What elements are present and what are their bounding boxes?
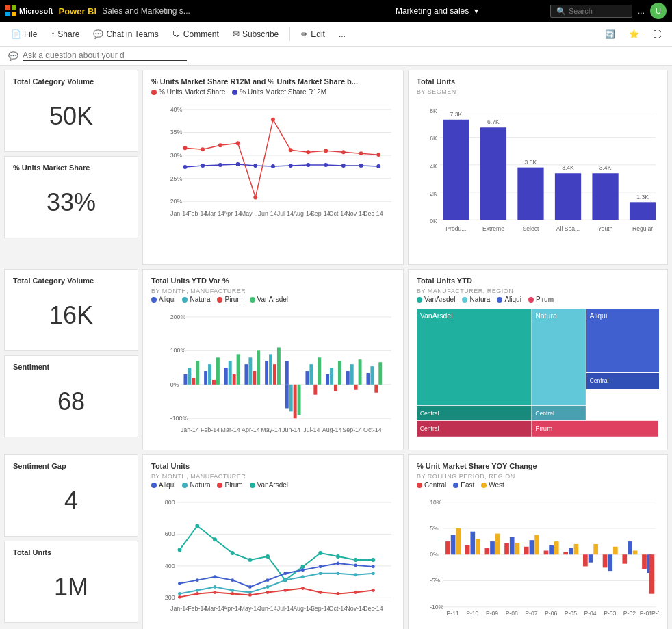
svg-point-178: [336, 561, 339, 565]
row1: Total Category Volume 50K % Units Market…: [4, 70, 668, 265]
svg-text:Produ...: Produ...: [445, 225, 466, 232]
svg-point-198: [266, 591, 270, 594]
edit-button[interactable]: ✏ Edit: [296, 27, 331, 42]
svg-rect-227: [445, 541, 450, 554]
svg-point-19: [341, 150, 346, 154]
svg-text:P-05: P-05: [565, 610, 577, 617]
svg-text:Oct-14: Oct-14: [363, 426, 382, 433]
avatar[interactable]: U: [650, 3, 667, 19]
units-market-share-chart-card: % Units Market Share R12M and % Units Ma…: [142, 70, 404, 265]
svg-text:Jan-14: Jan-14: [181, 426, 199, 433]
svg-point-13: [236, 141, 240, 145]
svg-text:Aug-14: Aug-14: [322, 426, 342, 433]
refresh-button[interactable]: 🔄: [599, 27, 621, 42]
subscribe-label: Subscribe: [242, 29, 279, 39]
topbar-more-button[interactable]: ...: [638, 6, 645, 16]
share-button[interactable]: ↑ Share: [45, 27, 85, 42]
svg-point-17: [306, 150, 310, 154]
legend-item-1: % Units Market Share: [151, 88, 225, 96]
bookmark-button[interactable]: ⭐: [623, 27, 645, 42]
legend-label-2: % Units Market Share R12M: [240, 88, 326, 96]
sentiment-value: 68: [13, 374, 129, 430]
treemap-card: Total Units YTD BY MANUFACTURER, REGION …: [408, 269, 668, 450]
svg-rect-94: [244, 364, 248, 385]
svg-text:-5%: -5%: [430, 577, 441, 584]
total-units-kpi-value: 1M: [13, 559, 129, 615]
svg-point-166: [336, 554, 340, 559]
svg-rect-108: [309, 364, 313, 385]
svg-rect-114: [338, 361, 341, 385]
svg-rect-96: [253, 371, 256, 385]
svg-text:Natura: Natura: [535, 311, 557, 320]
svg-text:Jun-14: Jun-14: [282, 426, 300, 433]
svg-point-29: [306, 163, 310, 167]
file-label: File: [24, 29, 37, 39]
chart3-subtitle: BY MONTH, MANUFACTURER: [151, 287, 395, 294]
svg-text:P-00: P-00: [651, 610, 659, 617]
edit-label: Edit: [311, 29, 325, 39]
svg-rect-255: [628, 541, 632, 554]
question-input-area[interactable]: [23, 51, 187, 61]
comment-button[interactable]: 🗨 Comment: [167, 27, 224, 42]
fullscreen-button[interactable]: ⛶: [647, 27, 667, 42]
chart4-title: Total Units: [151, 462, 395, 470]
svg-rect-259: [649, 554, 655, 593]
subscribe-button[interactable]: ✉ Subscribe: [227, 27, 284, 42]
svg-point-10: [183, 146, 187, 150]
svg-point-171: [213, 575, 216, 578]
svg-rect-88: [212, 380, 216, 385]
svg-point-179: [354, 563, 357, 567]
search-box[interactable]: 🔍: [550, 5, 632, 18]
svg-point-168: [371, 558, 375, 562]
total-category-volume2-value: 16K: [13, 287, 129, 344]
svg-point-12: [218, 143, 222, 147]
svg-rect-233: [485, 548, 490, 555]
label-aliqui: Aliqui: [159, 296, 175, 303]
svg-rect-244: [554, 541, 559, 554]
svg-rect-103: [285, 361, 289, 385]
more-button[interactable]: ...: [333, 27, 351, 42]
chart1-legend: % Units Market Share % Units Market Shar…: [151, 88, 395, 96]
chevron-down-icon: ▾: [474, 6, 478, 16]
svg-point-28: [289, 164, 293, 168]
svg-point-30: [324, 163, 328, 167]
svg-rect-107: [305, 371, 309, 385]
svg-rect-98: [265, 361, 268, 385]
chart2-svg: 8K 6K 4K 2K 0K 7.3K 6.7K 3.8K: [417, 97, 659, 257]
svg-point-194: [196, 592, 199, 595]
svg-point-176: [301, 568, 305, 572]
units-market-share-card: % Units Market Share 33%: [4, 156, 138, 238]
svg-point-162: [266, 554, 270, 559]
search-input[interactable]: [569, 7, 623, 15]
svg-rect-232: [476, 539, 480, 554]
svg-text:P-06: P-06: [545, 610, 557, 617]
svg-rect-99: [269, 354, 272, 385]
svg-text:Aug-14: Aug-14: [293, 210, 313, 217]
dot-vanarsdel: [250, 297, 255, 303]
svg-text:Central: Central: [420, 410, 439, 417]
svg-rect-106: [298, 385, 301, 415]
chat-button[interactable]: 💬 Chat in Teams: [88, 27, 164, 42]
nav-label[interactable]: Marketing and sales ▾: [326, 6, 550, 16]
svg-rect-253: [613, 547, 618, 554]
svg-text:Regular: Regular: [632, 225, 653, 232]
total-category-volume2-title: Total Category Volume: [13, 277, 129, 285]
svg-text:3.4K: 3.4K: [599, 164, 612, 171]
file-button[interactable]: 📄 File: [5, 27, 42, 42]
chart5-legend: Central East West: [417, 481, 659, 489]
svg-text:0%: 0%: [170, 381, 179, 388]
svg-rect-92: [233, 374, 236, 385]
svg-text:P-10: P-10: [466, 610, 478, 617]
svg-text:Jul-14: Jul-14: [277, 605, 294, 612]
microsoft-label: Microsoft: [19, 7, 53, 15]
svg-text:P-01: P-01: [640, 610, 652, 617]
svg-point-201: [319, 591, 322, 594]
question-input[interactable]: [23, 51, 125, 60]
toolbar: 📄 File ↑ Share 💬 Chat in Teams 🗨 Comment…: [0, 22, 672, 47]
svg-text:Jun-14: Jun-14: [259, 210, 277, 217]
units-market-share-value: 33%: [13, 175, 129, 231]
svg-text:Dec-14: Dec-14: [363, 210, 383, 217]
svg-point-186: [266, 585, 270, 589]
report-title: Sales and Marketing s...: [102, 6, 326, 16]
chart3-legend: Aliqui Natura Pirum VanArsdel: [151, 296, 395, 303]
